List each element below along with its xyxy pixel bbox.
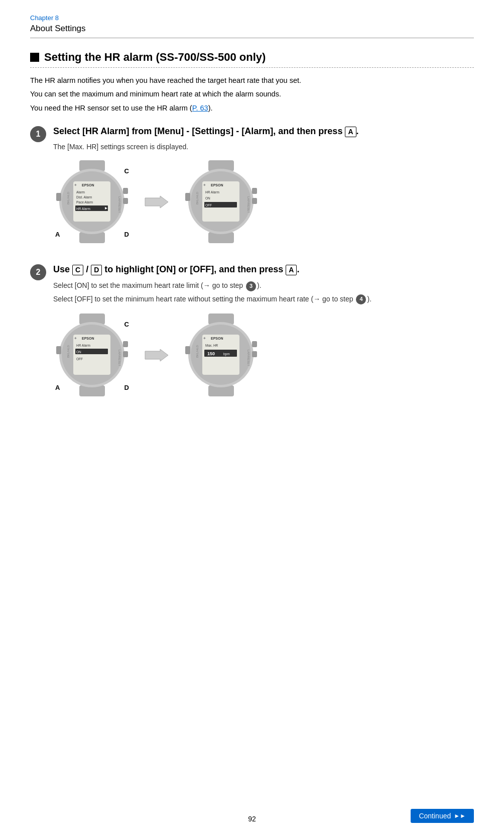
svg-rect-58	[185, 346, 190, 354]
watch-1-svg: EPSON ✦ Alarm Dist. Alarm Pace Alarm HR …	[53, 160, 131, 243]
svg-rect-25	[185, 193, 190, 201]
step-2-heading: Use C / D to highlight [ON] or [OFF], an…	[53, 263, 474, 276]
svg-rect-26	[202, 181, 239, 222]
watch-4-svg: EPSON ✦ Max. HR 150 bpm LAP/RESET BKL/HL…	[182, 313, 260, 396]
label-c-1: C	[124, 167, 129, 175]
svg-text:bpm: bpm	[223, 352, 230, 356]
svg-text:LAP/RESET: LAP/RESET	[247, 350, 250, 366]
step-1-watch-1: C A D	[53, 160, 131, 243]
arrow-icon	[144, 195, 169, 209]
svg-text:150: 150	[207, 351, 215, 356]
step-2-container: 2 Use C / D to highlight [ON] or [OFF], …	[30, 263, 474, 401]
intro-line-2: You can set the maximum and minimum hear…	[30, 88, 474, 100]
step-3-ref-circle: 3	[246, 281, 256, 291]
svg-text:OFF: OFF	[76, 357, 83, 361]
svg-rect-42	[73, 335, 110, 375]
svg-text:BKL/HLD: BKL/HLD	[67, 345, 70, 358]
page-container: Chapter 8 About Settings Setting the HR …	[0, 0, 504, 838]
svg-marker-51	[145, 349, 168, 361]
svg-text:EPSON: EPSON	[211, 337, 223, 340]
step-1-container: 1 Select [HR Alarm] from [Menu] - [Setti…	[30, 125, 474, 248]
svg-rect-56	[252, 341, 257, 347]
step-1-heading: Select [HR Alarm] from [Menu] - [Setting…	[53, 125, 474, 138]
label-a-1: A	[55, 231, 60, 238]
step-2-key-a: A	[286, 265, 297, 275]
svg-text:LAP/RESET: LAP/RESET	[247, 196, 250, 213]
svg-text:EPSON: EPSON	[82, 337, 94, 340]
svg-text:✦: ✦	[74, 183, 77, 187]
step-2-extra-1: Select [ON] to set the maximum heart rat…	[53, 280, 474, 291]
step-1-watch-2: EPSON ✦ HR Alarm ON OFF LAP/RESET BKL/HL…	[182, 160, 260, 243]
svg-marker-18	[145, 196, 168, 208]
heading-square-icon	[30, 53, 39, 62]
watch-2-svg: EPSON ✦ HR Alarm ON OFF LAP/RESET BKL/HL…	[182, 160, 260, 243]
continued-arrows-icon: ►►	[454, 812, 466, 819]
intro-line-3: You need the HR sensor set to use the HR…	[30, 102, 474, 114]
step-2-watch-2: EPSON ✦ Max. HR 150 bpm LAP/RESET BKL/HL…	[182, 313, 260, 396]
step-1-circle: 1	[30, 126, 46, 142]
step-4-ref-circle: 4	[356, 294, 366, 304]
svg-rect-39	[123, 341, 128, 347]
svg-text:EPSON: EPSON	[211, 183, 223, 187]
label-a-2: A	[55, 384, 60, 391]
svg-text:LAP/RESET: LAP/RESET	[118, 196, 121, 213]
page-number: 92	[30, 815, 474, 823]
step-2-content: Use C / D to highlight [ON] or [OFF], an…	[53, 263, 474, 401]
svg-text:HR Alarm: HR Alarm	[76, 207, 90, 211]
svg-rect-24	[252, 198, 257, 204]
step-1-watches-row: C A D	[53, 160, 474, 243]
intro-line-1: The HR alarm notifies you when you have …	[30, 75, 474, 86]
step-2-watch-1: C A D EPSON ✦ HR Alarm	[53, 313, 131, 396]
svg-text:LAP/RESET: LAP/RESET	[118, 350, 121, 366]
continued-button[interactable]: Continued ►►	[411, 809, 474, 823]
step-2-arrow	[144, 348, 169, 362]
svg-rect-57	[252, 351, 257, 357]
step-1-key-a: A	[345, 127, 356, 137]
svg-text:HR Alarm: HR Alarm	[205, 190, 219, 194]
continued-label: Continued	[419, 812, 451, 820]
svg-text:Max. HR: Max. HR	[205, 344, 218, 347]
chapter-label: Chapter 8	[30, 14, 474, 23]
step-1-description: The [Max. HR] settings screen is display…	[53, 142, 474, 152]
svg-text:BKL/HLD: BKL/HLD	[196, 191, 199, 204]
svg-rect-4	[123, 188, 128, 194]
svg-text:ON: ON	[205, 196, 210, 200]
svg-rect-41	[56, 346, 61, 354]
label-c-2: C	[124, 321, 129, 328]
svg-text:✦: ✦	[203, 336, 206, 341]
step-2-extra-2: Select [OFF] to set the minimum heart ra…	[53, 293, 474, 304]
svg-text:✦: ✦	[203, 183, 206, 187]
breadcrumb: Chapter 8 About Settings	[30, 14, 474, 35]
svg-rect-6	[56, 193, 61, 201]
label-d-1: D	[124, 231, 129, 238]
svg-text:OFF: OFF	[205, 203, 212, 207]
svg-text:ON: ON	[76, 350, 81, 354]
arrow-icon-2	[144, 348, 169, 362]
svg-text:BKL/HLD: BKL/HLD	[196, 345, 199, 358]
label-d-2: D	[124, 384, 129, 391]
step-2-key-d: D	[91, 265, 102, 275]
svg-text:Alarm: Alarm	[76, 190, 85, 194]
p63-link[interactable]: P. 63	[192, 104, 208, 112]
page-title: About Settings	[30, 23, 474, 35]
step-2-key-c: C	[72, 265, 83, 275]
svg-text:EPSON: EPSON	[82, 183, 94, 187]
step-1-arrow	[144, 195, 169, 209]
svg-text:Pace Alarm: Pace Alarm	[76, 200, 93, 204]
svg-rect-23	[252, 188, 257, 194]
section-heading: Setting the HR alarm (SS-700/SS-500 only…	[44, 50, 266, 65]
section-heading-container: Setting the HR alarm (SS-700/SS-500 only…	[30, 50, 474, 65]
svg-rect-40	[123, 351, 128, 357]
section-heading-divider	[30, 67, 474, 68]
svg-text:BKL/HLD: BKL/HLD	[67, 191, 70, 204]
svg-text:✦: ✦	[74, 336, 77, 341]
step-2-watches-row: C A D EPSON ✦ HR Alarm	[53, 313, 474, 396]
svg-text:Dist. Alarm: Dist. Alarm	[76, 195, 92, 199]
step-1-content: Select [HR Alarm] from [Menu] - [Setting…	[53, 125, 474, 248]
svg-text:HR Alarm: HR Alarm	[76, 344, 90, 347]
svg-rect-5	[123, 198, 128, 204]
header-divider	[30, 38, 474, 38]
step-2-circle: 2	[30, 264, 46, 280]
watch-3-svg: EPSON ✦ HR Alarm ON OFF LAP/RESET BKL/HL…	[53, 313, 131, 396]
